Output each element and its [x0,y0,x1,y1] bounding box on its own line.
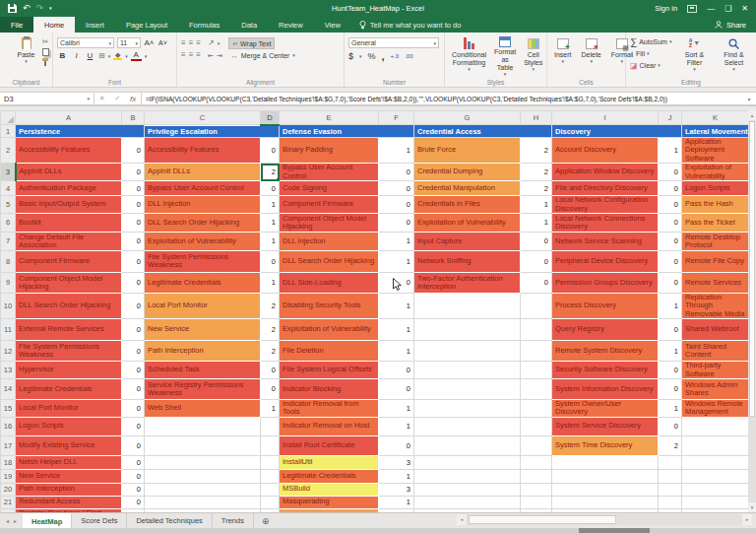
orientation-icon[interactable]: ↗ [208,39,215,47]
grid-cell[interactable]: DLL Search Order Hijacking [145,213,261,232]
row-header-5[interactable]: 5 [1,196,16,214]
close-button[interactable]: ✕ [741,5,748,13]
grid-cell[interactable] [552,496,659,508]
grid-cell[interactable]: New Service [145,319,261,341]
grid-cell[interactable] [521,399,552,417]
column-header-H[interactable]: H [521,111,552,125]
ribbon-tab-data[interactable]: Data [230,17,268,33]
grid-cell[interactable]: Network Sniffing [414,250,521,272]
grid-cell[interactable]: 0 [379,181,414,196]
grid-cell[interactable]: 1 [521,196,552,214]
grid-cell[interactable] [261,435,280,455]
category-header-discovery[interactable]: Discovery [552,125,682,138]
grid-cell[interactable]: Masquerading [280,496,379,508]
grid-cell[interactable]: 0 [659,362,682,379]
align-top-icon[interactable]: ≡ [181,39,186,47]
grid-cell[interactable]: 0 [659,417,682,435]
grid-cell[interactable]: Permission Groups Discovery [552,272,659,293]
grid-cell[interactable]: 0 [122,483,145,496]
comma-format-icon[interactable]: , [382,50,385,62]
grid-cell[interactable]: 0 [659,196,682,214]
row-header-21[interactable]: 21 [1,496,16,508]
ribbon-tab-file[interactable]: File [0,17,33,33]
grid-cell[interactable] [414,483,521,496]
grid-cell[interactable] [682,483,749,496]
grid-cell[interactable] [552,455,659,469]
row-header-12[interactable]: 12 [1,341,16,362]
grid-cell[interactable] [682,435,749,455]
grid-cell[interactable]: Remote Desktop Protocol [682,232,749,250]
grid-cell[interactable]: 2 [261,293,280,318]
grid-cell[interactable]: 1 [379,399,414,417]
grid-cell[interactable]: 1 [261,399,280,417]
grid-cell[interactable] [145,483,261,496]
grid-cell[interactable]: Legitimate Credentials [16,378,122,399]
number-format-select[interactable]: General▾ [348,37,439,48]
grid-cell[interactable]: 0 [122,138,145,164]
grid-cell[interactable] [521,341,552,362]
grid-cell[interactable]: DLL Injection [145,196,261,214]
formula-input[interactable]: =IF(ISNA(VLOOKUP(VLOOKUP(C3,'Detailed Te… [142,93,742,104]
category-header-credential-access[interactable]: Credential Access [414,125,552,138]
grid-cell[interactable]: New Service [16,469,122,483]
grid-cell[interactable]: Redundant Access [16,496,122,508]
cut-icon[interactable]: ✂ [42,38,49,46]
scroll-up-icon[interactable]: ▴ [748,110,756,120]
grid-cell[interactable] [521,362,552,379]
increase-decimal-icon[interactable]: +.0 [391,53,400,59]
grid-cell[interactable] [414,435,521,455]
grid-cell[interactable]: External Remote Services [16,319,122,341]
column-header-C[interactable]: C [145,111,261,125]
grid-cell[interactable]: Application Window Discovery [552,164,659,181]
row-header-2[interactable]: 2 [1,138,16,164]
grid-cell[interactable]: 0 [122,435,145,455]
align-left-icon[interactable]: ≡ [181,51,186,59]
grid-cell[interactable]: Local Port Monitor [145,293,261,318]
restore-button[interactable]: ❑ [724,5,731,13]
category-header-defense-evasion[interactable]: Defense Evasion [280,125,414,138]
grid-cell[interactable]: Local Network Configuration Discovery [552,196,659,214]
italic-button[interactable]: I [71,50,82,61]
column-header-B[interactable]: B [122,111,145,125]
grid-cell[interactable]: Component Object Model Hijacking [280,213,379,232]
grid-cell[interactable]: Exploitation of Vulnerability [280,319,379,341]
grid-cell[interactable] [521,469,552,483]
grid-cell[interactable]: Accessibility Features [16,138,122,164]
grid-cell[interactable]: Bypass User Account Control [280,164,379,181]
grid-cell[interactable]: 1 [379,232,414,250]
grid-cell[interactable]: 3 [379,483,414,496]
grid-cell[interactable]: AppInit DLLs [16,164,122,181]
grid-cell[interactable]: Indicator Removal from Tools [280,399,379,417]
grid-cell[interactable] [261,417,280,435]
format-as-table-button[interactable]: Format as Table ▾ [491,35,519,77]
grid-cell[interactable]: 0 [122,455,145,469]
grid-cell[interactable]: DLL Search Order Hijacking [280,250,379,272]
grid-cell[interactable]: Indicator Removal on Host [280,417,379,435]
row-header-6[interactable]: 6 [1,213,16,232]
grid-cell[interactable] [414,469,521,483]
grid-cell[interactable] [659,496,682,508]
column-header-F[interactable]: F [379,111,414,125]
undo-icon[interactable]: ↶ [23,4,31,13]
grid-cell[interactable]: Bypass User Account Control [145,181,261,196]
delete-cells-button[interactable]: Delete ▾ [579,35,604,77]
grid-cell[interactable] [521,378,552,399]
grid-cell[interactable]: Remote Services [682,272,749,293]
row-header-18[interactable]: 18 [1,455,16,469]
grid-cell[interactable] [145,469,261,483]
grid-cell[interactable] [682,469,749,483]
align-bottom-icon[interactable]: ≡ [196,39,201,47]
column-header-D[interactable]: D [261,111,280,125]
grid-cell[interactable]: 1 [261,272,280,293]
grid-cell[interactable]: DLL Injection [280,232,379,250]
font-color-icon[interactable]: A [131,50,142,61]
redo-icon[interactable]: ↷ [36,4,44,13]
insert-cells-button[interactable]: Insert ▾ [551,35,575,77]
grid-cell[interactable]: Service Registry Permissions Weakness [145,378,261,399]
grid-cell[interactable]: 0 [261,378,280,399]
increase-indent-icon[interactable]: ⇥ [217,52,222,59]
grid-cell[interactable]: Remote System Discovery [552,341,659,362]
grid-cell[interactable]: 1 [659,399,682,417]
grid-cell[interactable]: 0 [521,272,552,293]
grid-cell[interactable]: 2 [659,435,682,455]
